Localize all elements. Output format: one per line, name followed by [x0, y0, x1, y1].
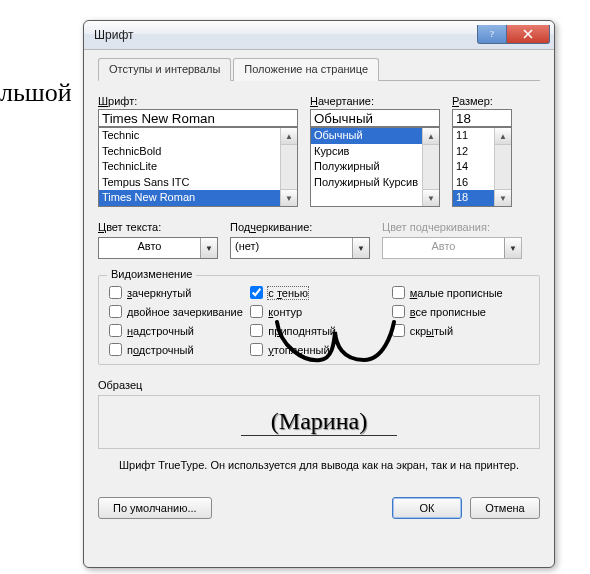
tab-page-position[interactable]: Положение на странице	[233, 58, 379, 81]
checkbox-input[interactable]	[392, 286, 405, 299]
checkbox-label: скрытый	[410, 325, 453, 337]
tabstrip: Отступы и интервалы Положение на страниц…	[98, 58, 540, 81]
scroll-up-icon[interactable]: ▲	[495, 128, 511, 145]
checkbox-hidden[interactable]: скрытый	[392, 324, 529, 337]
color-combo[interactable]: Авто ▼	[98, 237, 218, 259]
checkbox-input[interactable]	[109, 343, 122, 356]
font-dialog: Шрифт ? Отступы и интервалы Положение на…	[83, 20, 555, 568]
close-button[interactable]	[507, 25, 550, 44]
checkbox-engrave[interactable]: утопленный	[250, 343, 387, 356]
font-label: Шрифт:	[98, 95, 298, 107]
style-listbox[interactable]: Обычный Курсив Полужирный Полужирный Кур…	[310, 127, 440, 207]
font-item[interactable]: Tempus Sans ITC	[99, 175, 281, 191]
scroll-down-icon[interactable]: ▼	[281, 189, 297, 206]
info-text: Шрифт TrueType. Он используется для выво…	[98, 459, 540, 471]
checkbox-input[interactable]	[250, 286, 263, 299]
checkbox-superscript[interactable]: надстрочный	[109, 324, 246, 337]
font-listbox[interactable]: Technic TechnicBold TechnicLite Tempus S…	[98, 127, 298, 207]
checkbox-label: все прописные	[410, 306, 486, 318]
scroll-up-icon[interactable]: ▲	[423, 128, 439, 145]
checkbox-label: надстрочный	[127, 325, 194, 337]
size-label: Размер:	[452, 95, 512, 107]
sample-label: Образец	[98, 379, 540, 391]
svg-text:?: ?	[490, 29, 494, 39]
chevron-down-icon[interactable]: ▼	[352, 238, 369, 258]
chevron-down-icon: ▼	[504, 238, 521, 258]
size-input[interactable]	[452, 109, 512, 127]
scrollbar[interactable]: ▲ ▼	[280, 128, 297, 206]
help-button[interactable]: ?	[477, 25, 507, 44]
chevron-down-icon[interactable]: ▼	[200, 238, 217, 258]
checkbox-allcaps[interactable]: все прописные	[392, 305, 529, 318]
size-item[interactable]: 16	[453, 175, 495, 191]
font-item[interactable]: TechnicLite	[99, 159, 281, 175]
scrollbar[interactable]: ▲ ▼	[494, 128, 511, 206]
style-item[interactable]: Курсив	[311, 144, 423, 160]
checkbox-label: утопленный	[268, 344, 329, 356]
font-input[interactable]	[98, 109, 298, 127]
size-item-selected[interactable]: 18	[453, 190, 495, 206]
style-item-selected[interactable]: Обычный	[311, 128, 423, 144]
checkbox-dstrike[interactable]: двойное зачеркивание	[109, 305, 246, 318]
font-item-selected[interactable]: Times New Roman	[99, 190, 281, 206]
style-item[interactable]: Полужирный Курсив	[311, 175, 423, 191]
size-listbox[interactable]: 11 12 14 16 18 ▲ ▼	[452, 127, 512, 207]
cancel-button[interactable]: Отмена	[470, 497, 540, 519]
checkbox-label: зачеркнутый	[127, 287, 191, 299]
underline-color-label: Цвет подчеркивания:	[382, 221, 522, 233]
checkbox-input[interactable]	[109, 324, 122, 337]
effects-group: Видоизменение зачеркнутыйс теньюмалые пр…	[98, 275, 540, 365]
checkbox-label: с тенью	[268, 287, 308, 299]
sample-text: (Марина)	[241, 408, 397, 436]
underline-color-value: Авто	[383, 238, 504, 258]
checkbox-label: двойное зачеркивание	[127, 306, 243, 318]
checkbox-input[interactable]	[392, 305, 405, 318]
checkbox-input[interactable]	[250, 343, 263, 356]
underline-label: Подчеркивание:	[230, 221, 370, 233]
checkbox-smallcaps[interactable]: малые прописные	[392, 286, 529, 299]
checkbox-outline[interactable]: контур	[250, 305, 387, 318]
checkbox-input[interactable]	[109, 305, 122, 318]
scroll-down-icon[interactable]: ▼	[423, 189, 439, 206]
checkbox-subscript[interactable]: подстрочный	[109, 343, 246, 356]
scroll-up-icon[interactable]: ▲	[281, 128, 297, 145]
titlebar[interactable]: Шрифт ?	[84, 21, 554, 50]
style-label: Начертание:	[310, 95, 440, 107]
tab-indents[interactable]: Отступы и интервалы	[98, 58, 231, 81]
checkbox-input[interactable]	[250, 324, 263, 337]
size-item[interactable]: 11	[453, 128, 495, 144]
checkbox-label: контур	[268, 306, 302, 318]
font-item[interactable]: TechnicBold	[99, 144, 281, 160]
sample-box: (Марина)	[98, 395, 540, 449]
size-item[interactable]: 12	[453, 144, 495, 160]
effects-legend: Видоизменение	[107, 268, 196, 280]
background-text: льшой	[0, 78, 72, 108]
style-item[interactable]: Полужирный	[311, 159, 423, 175]
style-input[interactable]	[310, 109, 440, 127]
window-title: Шрифт	[84, 28, 133, 42]
checkbox-input[interactable]	[250, 305, 263, 318]
checkbox-emboss[interactable]: приподнятый	[250, 324, 387, 337]
checkbox-strike[interactable]: зачеркнутый	[109, 286, 246, 299]
underline-value: (нет)	[231, 238, 352, 258]
color-label: Цвет текста:	[98, 221, 218, 233]
font-item[interactable]: Technic	[99, 128, 281, 144]
checkbox-input[interactable]	[109, 286, 122, 299]
scroll-down-icon[interactable]: ▼	[495, 189, 511, 206]
ok-button[interactable]: ОК	[392, 497, 462, 519]
scrollbar[interactable]: ▲ ▼	[422, 128, 439, 206]
defaults-button[interactable]: По умолчанию...	[98, 497, 212, 519]
color-value: Авто	[99, 238, 200, 258]
checkbox-label: приподнятый	[268, 325, 336, 337]
size-item[interactable]: 14	[453, 159, 495, 175]
checkbox-input[interactable]	[392, 324, 405, 337]
checkbox-label: подстрочный	[127, 344, 194, 356]
underline-combo[interactable]: (нет) ▼	[230, 237, 370, 259]
checkbox-label: малые прописные	[410, 287, 503, 299]
underline-color-combo: Авто ▼	[382, 237, 522, 259]
checkbox-shadow[interactable]: с тенью	[250, 286, 387, 299]
